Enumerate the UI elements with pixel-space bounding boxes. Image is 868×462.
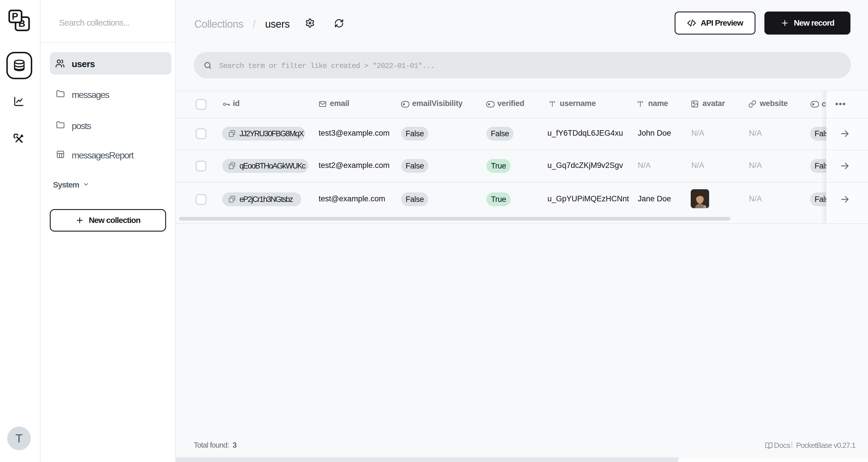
svg-text:P: P <box>12 11 18 22</box>
